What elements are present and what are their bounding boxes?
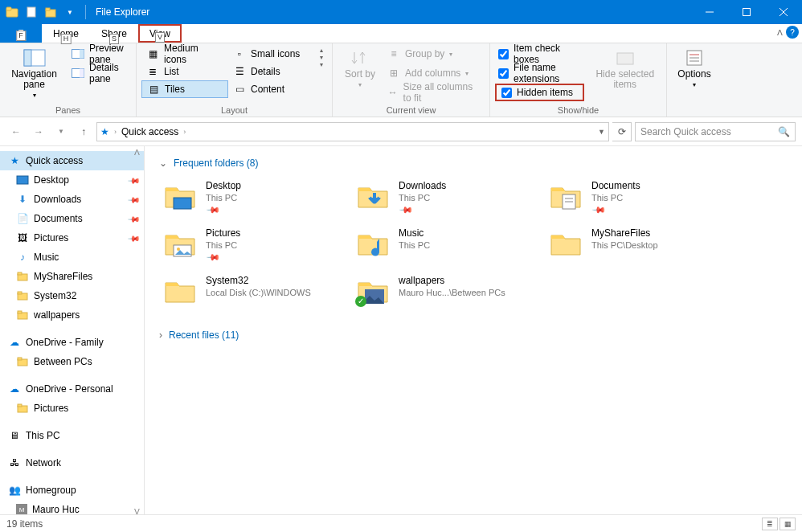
group-frequent-folders[interactable]: ⌄Frequent folders (8) (159, 158, 788, 169)
pin-icon: 📌 (128, 212, 141, 225)
search-input[interactable]: Search Quick access 🔍 (635, 122, 796, 141)
content-pane[interactable]: ⌄Frequent folders (8) Desktop This PC 📌 … (145, 146, 802, 518)
svg-rect-26 (18, 311, 22, 313)
file-name-extensions-checkbox[interactable]: File name extensions (495, 64, 584, 82)
hide-selected-button[interactable]: Hide selected items (589, 45, 661, 92)
tab-file[interactable]: F F (0, 24, 42, 43)
pin-icon: 📌 (205, 249, 222, 266)
sidebar-item-mysharefiles[interactable]: MyShareFiles (0, 267, 144, 286)
sidebar-item-documents[interactable]: 📄Documents📌 (0, 209, 144, 228)
folder-item[interactable]: MyShareFiles This PC\Desktop (545, 224, 738, 267)
sidebar-onedrive-personal[interactable]: ☁OneDrive - Personal (0, 379, 144, 399)
item-location: This PC\Desktop (591, 239, 658, 252)
sidebar-homegroup[interactable]: 👥Homegroup (0, 481, 144, 500)
item-location: This PC (206, 239, 240, 252)
breadcrumb[interactable]: Quick access (121, 126, 178, 137)
folder-item[interactable]: System32 Local Disk (C:)\WINDOWS (159, 272, 352, 310)
pin-icon: 📌 (398, 202, 415, 219)
hidden-items-checkbox[interactable]: Hidden items (495, 84, 584, 101)
add-columns-button[interactable]: ⊞Add columns ▾ (383, 64, 485, 82)
layout-list[interactable]: ≣List (141, 63, 228, 80)
group-label-currentview: Current view (338, 105, 485, 117)
options-button[interactable]: Options▾ (672, 45, 717, 92)
sidebar-item-od-pictures[interactable]: Pictures (0, 399, 144, 418)
app-icon (3, 3, 21, 21)
svg-rect-4 (46, 8, 50, 10)
preview-pane-button[interactable]: Preview pane (67, 45, 131, 63)
address-bar[interactable]: ★ › Quick access › ▼ (96, 122, 609, 141)
sidebar-item-wallpapers[interactable]: wallpapers (0, 305, 144, 325)
size-columns-button[interactable]: ↔Size all columns to fit (383, 84, 485, 101)
svg-rect-1 (6, 7, 11, 10)
svg-rect-28 (18, 358, 22, 360)
group-recent-files[interactable]: ›Recent files (11) (159, 329, 788, 341)
folder-item[interactable]: Music This PC (352, 224, 545, 267)
forward-button[interactable]: → (29, 122, 48, 141)
help-icon[interactable]: ? (786, 26, 799, 39)
qat-newfolder-icon[interactable] (42, 3, 59, 21)
folder-item[interactable]: Documents This PC 📌 (545, 177, 738, 219)
folder-item[interactable]: Downloads This PC 📌 (352, 177, 545, 219)
sidebar-scroll-up[interactable]: ᐱ (131, 148, 142, 157)
folder-icon: ✓ (355, 275, 391, 307)
sidebar-onedrive-family[interactable]: ☁OneDrive - Family (0, 333, 144, 352)
group-by-button[interactable]: ≡Group by ▾ (383, 45, 485, 63)
tab-share[interactable]: ShareS (90, 24, 138, 43)
group-label-panes: Panes (5, 105, 131, 117)
sidebar-quick-access[interactable]: ★Quick access (0, 151, 144, 170)
sidebar-item-music[interactable]: ♪Music (0, 248, 144, 267)
details-pane-button[interactable]: Details pane (67, 64, 131, 82)
sidebar-item-system32[interactable]: System32 (0, 286, 144, 305)
layout-content[interactable]: ▭Content (228, 80, 315, 98)
layout-tiles[interactable]: ▤Tiles (141, 80, 228, 98)
svg-rect-12 (80, 50, 84, 59)
svg-rect-22 (18, 272, 22, 275)
status-item-count: 19 items (6, 518, 43, 530)
item-name: MyShareFiles (591, 227, 658, 239)
sidebar-this-pc[interactable]: 🖥This PC (0, 426, 144, 445)
view-thumbnails-button[interactable]: ▦ (779, 518, 796, 530)
pin-icon: 📌 (205, 202, 222, 219)
layout-gallery-more[interactable]: ▴▾▾ (315, 45, 327, 70)
recent-locations-button[interactable]: ▼ (51, 122, 71, 141)
folder-item[interactable]: ✓ wallpapers Mauro Huc...\Between PCs (352, 272, 545, 310)
item-check-boxes-checkbox[interactable]: Item check boxes (495, 45, 584, 63)
tab-home[interactable]: HomeH (42, 24, 90, 43)
up-button[interactable]: ↑ (74, 122, 93, 141)
sidebar-item-between-pcs[interactable]: Between PCs (0, 352, 144, 371)
svg-point-36 (177, 248, 180, 251)
qat-dropdown-icon[interactable]: ▼ (61, 3, 79, 21)
chevron-right-icon: › (159, 329, 162, 341)
sidebar-network[interactable]: 🖧Network (0, 453, 144, 473)
item-name: Documents (591, 180, 640, 192)
tab-view[interactable]: ViewV (138, 24, 182, 43)
folder-icon (162, 275, 198, 307)
maximize-button[interactable] (728, 0, 765, 24)
pin-icon: 📌 (128, 174, 141, 186)
item-location: This PC (206, 192, 241, 204)
address-dropdown-icon[interactable]: ▼ (598, 128, 605, 136)
navigation-pane-button[interactable]: Navigation pane▾ (5, 45, 63, 102)
layout-small-icons[interactable]: ▫Small icons (228, 45, 315, 63)
sidebar-item-downloads[interactable]: ⬇Downloads📌 (0, 190, 144, 209)
folder-icon (355, 180, 391, 212)
folder-item[interactable]: Pictures This PC 📌 (159, 224, 352, 267)
view-details-button[interactable]: ≣ (762, 518, 778, 530)
qat-properties-icon[interactable] (23, 3, 40, 21)
refresh-button[interactable]: ⟳ (612, 122, 632, 141)
minimize-button[interactable] (691, 0, 728, 24)
ribbon-collapse-icon[interactable]: ᐱ (777, 28, 783, 37)
back-button[interactable]: ← (6, 122, 26, 141)
layout-details[interactable]: ☰Details (228, 63, 315, 80)
close-button[interactable] (765, 0, 802, 24)
layout-medium-icons[interactable]: ▦Medium icons (141, 45, 228, 63)
titlebar: ▼ File Explorer (0, 0, 802, 24)
pin-icon: 📌 (128, 193, 141, 206)
sidebar-item-desktop[interactable]: Desktop📌 (0, 170, 144, 190)
item-location: This PC (399, 239, 430, 252)
item-name: Downloads (399, 180, 446, 192)
folder-item[interactable]: Desktop This PC 📌 (159, 177, 352, 219)
sort-by-button[interactable]: Sort by▾ (338, 45, 383, 92)
navigation-sidebar[interactable]: ᐱ ★Quick access Desktop📌 ⬇Downloads📌 📄Do… (0, 146, 145, 518)
sidebar-item-pictures[interactable]: 🖼Pictures📌 (0, 228, 144, 248)
